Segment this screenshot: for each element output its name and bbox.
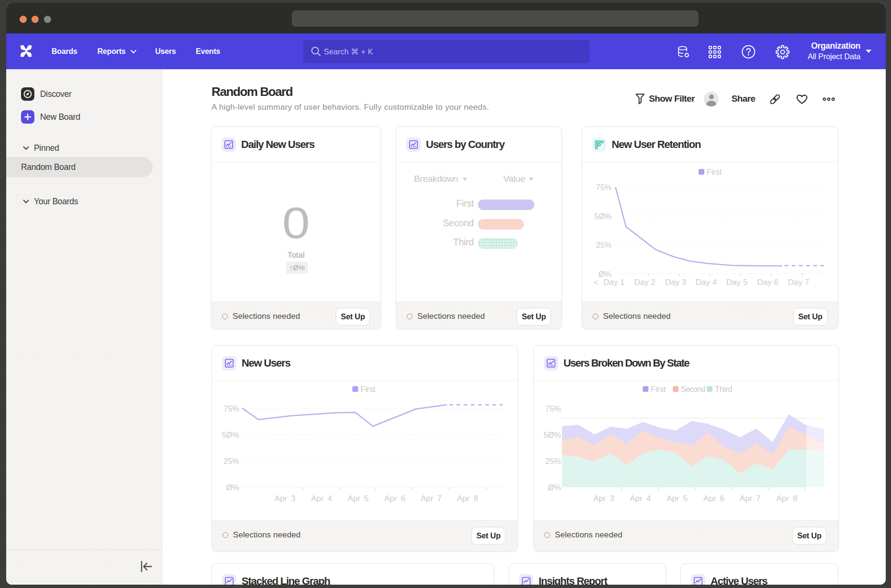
- svg-text:Apr 5: Apr 5: [667, 494, 688, 503]
- svg-text:25%: 25%: [545, 457, 561, 465]
- svg-text:Apr 7: Apr 7: [421, 494, 442, 503]
- svg-text:5Ø%: 5Ø%: [222, 430, 239, 439]
- svg-text:5Ø%: 5Ø%: [594, 212, 612, 220]
- svg-text:Day 7: Day 7: [788, 278, 809, 287]
- svg-text:First: First: [707, 168, 722, 176]
- svg-text:Day 6: Day 6: [757, 278, 778, 287]
- svg-text:Ø%: Ø%: [226, 483, 239, 492]
- svg-text:25%: 25%: [596, 241, 612, 249]
- svg-text:Day 4: Day 4: [696, 278, 717, 287]
- svg-text:Day 1: Day 1: [604, 278, 625, 287]
- svg-text:75%: 75%: [223, 404, 239, 413]
- svg-text:Apr 3: Apr 3: [275, 494, 296, 503]
- svg-text:<: <: [594, 278, 598, 287]
- svg-text:Apr 6: Apr 6: [384, 494, 405, 503]
- svg-text:Apr 3: Apr 3: [594, 494, 615, 503]
- svg-text:25%: 25%: [223, 457, 239, 465]
- svg-text:75%: 75%: [545, 404, 561, 413]
- svg-text:Apr 8: Apr 8: [457, 494, 478, 503]
- svg-text:First: First: [651, 385, 666, 393]
- svg-text:Ø%: Ø%: [548, 483, 561, 492]
- svg-text:Apr 4: Apr 4: [630, 494, 651, 503]
- svg-text:Day 2: Day 2: [634, 278, 655, 287]
- svg-text:Ø%: Ø%: [598, 270, 612, 278]
- svg-text:Day 3: Day 3: [665, 278, 686, 287]
- svg-text:75%: 75%: [596, 183, 612, 191]
- svg-text:Apr 7: Apr 7: [740, 494, 761, 503]
- svg-text:Second: Second: [681, 385, 705, 393]
- svg-text:Apr 5: Apr 5: [348, 494, 369, 503]
- svg-text:5Ø%: 5Ø%: [543, 430, 561, 439]
- svg-text:First: First: [361, 385, 376, 393]
- svg-text:Day 5: Day 5: [726, 278, 747, 287]
- svg-text:Apr 8: Apr 8: [776, 494, 797, 503]
- svg-text:Apr 6: Apr 6: [703, 494, 724, 503]
- svg-text:Apr 4: Apr 4: [311, 494, 332, 503]
- svg-text:Third: Third: [715, 385, 732, 393]
